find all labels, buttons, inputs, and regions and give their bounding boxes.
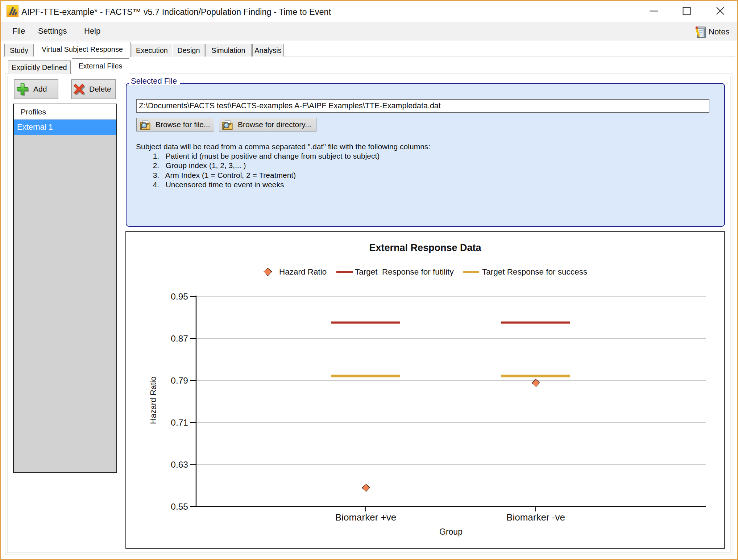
svg-text:0.95: 0.95 (171, 292, 188, 301)
svg-text:0.55: 0.55 (171, 502, 188, 511)
svg-text:Target Response for futility: Target Response for futility (355, 267, 454, 276)
svg-text:Biomarker -ve: Biomarker -ve (506, 512, 565, 523)
svg-text:0.87: 0.87 (171, 334, 188, 343)
svg-text:0.71: 0.71 (171, 418, 188, 427)
svg-text:Biomarker +ve: Biomarker +ve (335, 512, 396, 523)
svg-text:External Response Data: External Response Data (369, 242, 481, 253)
svg-text:0.63: 0.63 (171, 460, 188, 469)
svg-text:Hazard Ratio: Hazard Ratio (149, 376, 158, 424)
svg-text:0.79: 0.79 (171, 376, 188, 385)
svg-text:Hazard Ratio: Hazard Ratio (279, 267, 327, 276)
svg-text:Group: Group (439, 527, 463, 536)
svg-text:Target Response for success: Target Response for success (482, 267, 587, 276)
